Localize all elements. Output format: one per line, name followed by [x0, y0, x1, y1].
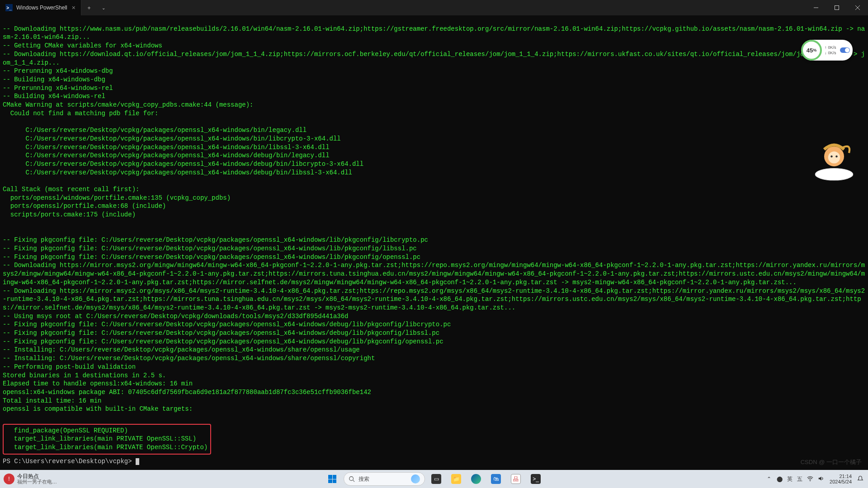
- watermark: CSDN @ 一口一个橘子: [801, 458, 862, 466]
- volume-icon[interactable]: [818, 475, 824, 483]
- taskbar-clock[interactable]: 21:14 2024/5/24: [830, 474, 852, 484]
- taskbar-news-widget[interactable]: ! 今日热点 福州一男子在电…: [0, 474, 57, 484]
- net-speeds: ↑0K/s ↓0K/s: [822, 45, 840, 56]
- terminal-output[interactable]: -- Downloading https://www.nasm.us/pub/n…: [0, 15, 868, 475]
- close-tab-button[interactable]: ×: [72, 4, 75, 11]
- app-button-1[interactable]: 品: [507, 470, 524, 488]
- network-speed-widget[interactable]: 45% ↑0K/s ↓0K/s: [802, 40, 853, 61]
- search-badge-icon: [411, 474, 420, 483]
- memory-percent-value: 45: [807, 47, 813, 54]
- terminal-tab[interactable]: >_ Windows PowerShell ×: [0, 0, 81, 15]
- powershell-icon: >_: [5, 4, 13, 11]
- wifi-icon[interactable]: [807, 475, 813, 483]
- widget-toggle[interactable]: [840, 47, 850, 53]
- window-buttons: [806, 0, 868, 15]
- minimize-button[interactable]: [806, 0, 826, 15]
- news-subtitle: 福州一男子在电…: [17, 479, 57, 484]
- ime-language[interactable]: 英: [787, 475, 793, 483]
- memory-percent-unit: %: [813, 48, 816, 52]
- taskbar-center: 搜索 ▭ 📁 🛍 品 >_: [324, 470, 544, 488]
- svg-point-11: [810, 480, 811, 481]
- taskbar-right: ⌃ ⬤ 英 五 21:14 2024/5/24: [767, 474, 868, 484]
- cursor: [136, 458, 139, 465]
- taskview-button[interactable]: ▭: [428, 470, 445, 488]
- security-tray-icon[interactable]: ⬤: [777, 476, 783, 482]
- news-text: 今日热点 福州一男子在电…: [17, 474, 57, 484]
- microsoft-store-button[interactable]: 🛍: [487, 470, 505, 488]
- download-arrow-icon: ↓: [825, 50, 827, 56]
- download-speed: 0K/s: [828, 50, 836, 56]
- new-tab-button[interactable]: ＋: [81, 4, 97, 12]
- clock-date: 2024/5/24: [830, 479, 852, 484]
- system-tray[interactable]: ⬤ 英 五: [777, 475, 824, 483]
- edge-browser-button[interactable]: [467, 470, 485, 488]
- tab-dropdown-button[interactable]: ⌄: [97, 5, 110, 10]
- news-title: 今日热点: [17, 474, 57, 479]
- cmake-usage-box: find_package(OpenSSL REQUIRED) target_li…: [3, 424, 211, 455]
- svg-rect-1: [835, 6, 839, 10]
- upload-speed: 0K/s: [828, 45, 836, 50]
- prompt-text: PS C:\Users\reverse\Desktop\vcpkg>: [3, 458, 136, 465]
- svg-line-10: [353, 480, 355, 482]
- terminal-app-button[interactable]: >_: [527, 470, 544, 488]
- search-placeholder: 搜索: [359, 475, 369, 483]
- taskbar-search[interactable]: 搜索: [344, 472, 425, 486]
- maximize-button[interactable]: [826, 0, 847, 15]
- titlebar: >_ Windows PowerShell × ＋ ⌄: [0, 0, 868, 15]
- memory-percent-circle: 45%: [801, 40, 822, 61]
- close-window-button[interactable]: [847, 0, 868, 15]
- upload-arrow-icon: ↑: [825, 45, 827, 50]
- file-explorer-button[interactable]: 📁: [448, 470, 465, 488]
- tray-chevron-icon[interactable]: ⌃: [767, 476, 771, 482]
- clock-time: 21:14: [830, 474, 852, 479]
- notifications-button[interactable]: [857, 475, 863, 483]
- news-icon: !: [4, 474, 14, 484]
- tab-title: Windows PowerShell: [16, 5, 67, 11]
- start-button[interactable]: [324, 470, 341, 488]
- prompt-line[interactable]: PS C:\Users\reverse\Desktop\vcpkg>: [3, 457, 865, 466]
- ime-mode[interactable]: 五: [797, 475, 802, 483]
- search-icon: [349, 476, 355, 482]
- taskbar: ! 今日热点 福州一男子在电… 搜索 ▭ 📁 🛍 品 >_ ⌃ ⬤ 英 五: [0, 470, 868, 488]
- windows-logo-icon: [328, 475, 336, 483]
- svg-point-9: [349, 477, 354, 481]
